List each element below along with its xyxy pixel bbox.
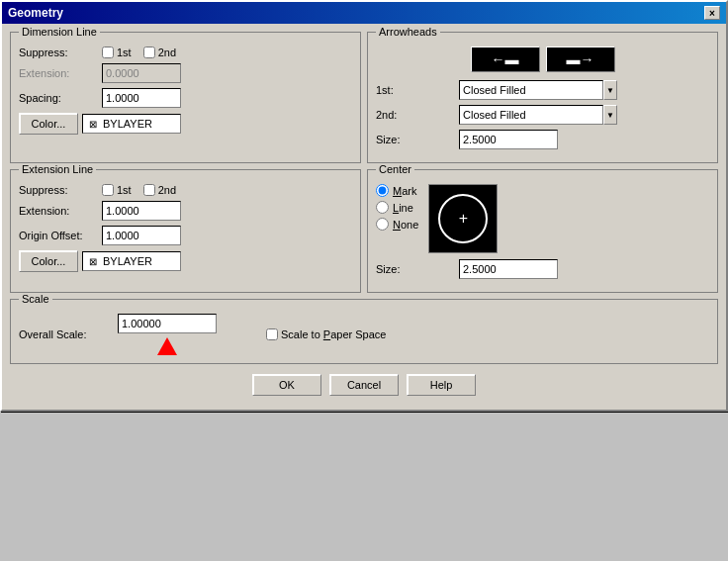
center-size-label: Size: (376, 263, 455, 275)
ext-color-row: Color... ⊠ BYLAYER (19, 250, 352, 272)
close-button[interactable]: × (704, 6, 720, 20)
dim-color-button[interactable]: Color... (19, 113, 78, 135)
center-none-label[interactable]: None (376, 218, 418, 231)
ext-extension-input[interactable] (102, 201, 181, 221)
bottom-buttons: OK Cancel Help (10, 370, 718, 402)
suppress-1st-text: 1st (117, 47, 132, 58)
center-circle: + (438, 194, 488, 243)
ext-suppress-label: Suppress: (19, 184, 98, 196)
ext-suppress-2nd-checkbox[interactable] (143, 184, 155, 196)
center-none-radio[interactable] (376, 218, 389, 231)
arrowhead-1st-dropdown-btn[interactable]: ▼ (603, 80, 617, 100)
ext-bylayer-box: ⊠ BYLAYER (82, 251, 181, 271)
arrowhead-2nd-dropdown: ▼ (459, 105, 617, 125)
dim-x-icon: ⊠ (86, 117, 100, 131)
arrowhead-2nd-label: 2nd: (376, 109, 455, 121)
extension-line-title: Extension Line (19, 163, 96, 175)
arrow-right-button[interactable]: ▬→ (546, 47, 615, 72)
spacing-label: Spacing: (19, 92, 98, 104)
origin-offset-input[interactable] (102, 226, 181, 245)
arrow-left-button[interactable]: ←▬ (471, 47, 540, 72)
arrowhead-1st-input[interactable] (459, 80, 603, 100)
overall-scale-label: Overall Scale: (19, 328, 98, 340)
extension-label: Extension: (19, 67, 98, 79)
ext-x-icon: ⊠ (86, 254, 100, 268)
ext-suppress-1st-label[interactable]: 1st (102, 184, 132, 196)
center-title: Center (376, 163, 414, 175)
dim-bylayer-box: ⊠ BYLAYER (82, 114, 181, 134)
ext-suppress-row: Suppress: 1st 2nd (19, 184, 352, 196)
suppress-2nd-label[interactable]: 2nd (143, 47, 176, 58)
dialog-title: Geometry (8, 6, 63, 20)
center-mark-label[interactable]: Mark (376, 184, 418, 197)
ext-suppress-2nd-label[interactable]: 2nd (143, 184, 176, 196)
extension-line-group: Extension Line Suppress: 1st 2nd Ex (10, 169, 361, 293)
help-button[interactable]: Help (407, 374, 476, 396)
scale-title: Scale (19, 293, 52, 305)
extension-row: Extension: (19, 63, 352, 83)
suppress-2nd-text: 2nd (158, 47, 176, 58)
ext-extension-label: Extension: (19, 205, 98, 217)
dim-color-row: Color... ⊠ BYLAYER (19, 113, 352, 135)
origin-offset-label: Origin Offset: (19, 230, 98, 241)
center-none-text: None (393, 219, 418, 231)
arrowhead-2nd-input[interactable] (459, 105, 603, 125)
center-size-row: Size: (376, 259, 709, 279)
ok-button[interactable]: OK (252, 374, 321, 396)
arrowheads-title: Arrowheads (376, 26, 440, 38)
dimension-line-title: Dimension Line (19, 26, 100, 38)
scale-group: Scale Overall Scale: Scale to Paper Spac… (10, 299, 718, 364)
suppress-row: Suppress: 1st 2nd (19, 47, 352, 58)
extension-input[interactable] (102, 63, 181, 83)
suppress-label: Suppress: (19, 47, 98, 58)
geometry-dialog: Geometry × Dimension Line Suppress: 1st … (0, 0, 728, 412)
arrowhead-2nd-dropdown-btn[interactable]: ▼ (603, 105, 617, 125)
spacing-row: Spacing: (19, 88, 352, 108)
suppress-1st-label[interactable]: 1st (102, 47, 132, 58)
center-mark-radio[interactable] (376, 184, 389, 197)
ext-suppress-1st-text: 1st (117, 184, 132, 196)
dialog-body: Dimension Line Suppress: 1st 2nd Ex (2, 24, 726, 410)
ext-suppress-1st-checkbox[interactable] (102, 184, 114, 196)
overall-scale-input[interactable] (118, 314, 217, 333)
scale-to-paper-space-text: Scale to Paper Space (281, 328, 386, 340)
arrowhead-size-row: Size: (376, 130, 709, 149)
arrowhead-size-input[interactable] (459, 130, 558, 149)
red-arrow-up-icon (157, 337, 177, 355)
center-preview: + (428, 184, 498, 253)
arrowheads-group: Arrowheads ←▬ ▬→ 1st: ▼ 2nd: ▼ (367, 32, 718, 163)
ext-color-button[interactable]: Color... (19, 250, 78, 272)
ext-suppress-checkboxes: 1st 2nd (102, 184, 176, 196)
arrowhead-1st-dropdown: ▼ (459, 80, 617, 100)
arrow-preview-row: ←▬ ▬→ (376, 47, 709, 72)
arrowhead-size-label: Size: (376, 134, 455, 145)
spacing-input[interactable] (102, 88, 181, 108)
ext-extension-row: Extension: (19, 201, 352, 221)
arrowhead-1st-label: 1st: (376, 84, 455, 96)
arrowhead-2nd-row: 2nd: ▼ (376, 105, 709, 125)
suppress-2nd-checkbox[interactable] (143, 47, 155, 58)
suppress-checkboxes: 1st 2nd (102, 47, 176, 58)
scale-to-paper-space-label[interactable]: Scale to Paper Space (266, 328, 386, 340)
center-mark-text: Mark (393, 185, 416, 197)
scale-input-wrap (118, 314, 217, 355)
ext-suppress-2nd-text: 2nd (158, 184, 176, 196)
arrowhead-1st-row: 1st: ▼ (376, 80, 709, 100)
cancel-button[interactable]: Cancel (329, 374, 399, 396)
center-size-input[interactable] (459, 259, 558, 279)
scale-row: Overall Scale: Scale to Paper Space (19, 314, 709, 355)
center-line-radio[interactable] (376, 201, 389, 214)
scale-to-paper-space-checkbox[interactable] (266, 328, 278, 340)
center-line-text: Line (393, 202, 413, 214)
suppress-1st-checkbox[interactable] (102, 47, 114, 58)
ext-bylayer-text: BYLAYER (103, 255, 152, 267)
dim-bylayer-text: BYLAYER (103, 118, 152, 130)
center-line-label[interactable]: Line (376, 201, 418, 214)
center-circle-symbol: + (459, 210, 468, 228)
dimension-line-group: Dimension Line Suppress: 1st 2nd Ex (10, 32, 361, 163)
center-group: Center Mark Line None (367, 169, 718, 293)
title-bar: Geometry × (2, 2, 726, 24)
origin-offset-row: Origin Offset: (19, 226, 352, 245)
center-radio-group: Mark Line None (376, 184, 418, 231)
